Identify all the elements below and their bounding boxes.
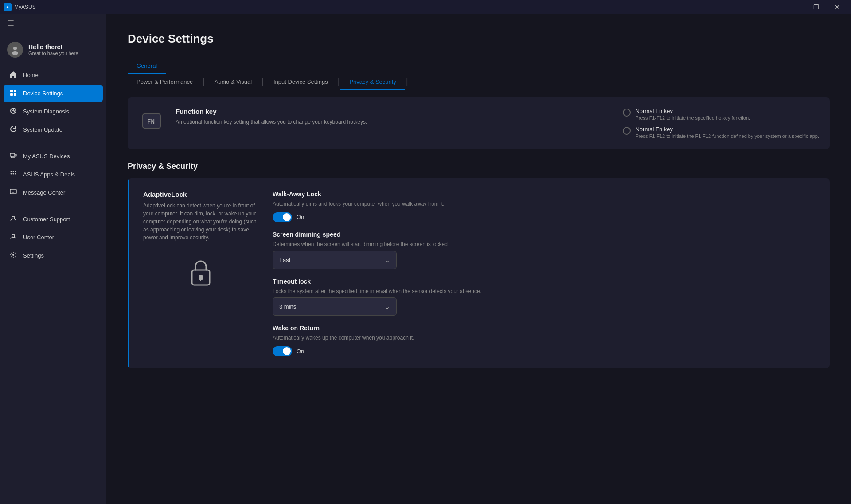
sidebar-item-customer-support[interactable]: Customer Support: [4, 211, 103, 228]
tabs-secondary: Power & Performance | Audio & Visual | I…: [128, 74, 830, 90]
fn-key-icon: FN: [138, 108, 165, 134]
sidebar-item-system-diagnosis[interactable]: System Diagnosis: [4, 103, 103, 120]
radio-hotkey[interactable]: Normal Fn key Press F1-F12 to initiate t…: [623, 108, 819, 121]
walk-away-lock-toggle-label: On: [297, 214, 304, 220]
privacy-body-inner: AdaptiveLock AdaptiveLock can detect whe…: [143, 191, 816, 356]
hamburger-menu[interactable]: ☰: [0, 14, 106, 33]
privacy-section-layout: AdaptiveLock AdaptiveLock can detect whe…: [128, 178, 830, 368]
sidebar-label-system-diagnosis: System Diagnosis: [23, 108, 69, 115]
chevron-down-icon: ⌄: [384, 256, 390, 264]
timeout-lock-group: Timeout lock Locks the system after the …: [273, 278, 816, 316]
app-body: ☰ Hello there! Great to have you here Ho…: [0, 14, 851, 504]
wake-on-return-toggle-row: On: [273, 346, 816, 356]
sidebar-label-device-settings: Device Settings: [23, 90, 63, 97]
adaptive-lock-controls: Walk-Away Lock Automatically dims and lo…: [273, 191, 816, 356]
svg-text:FN: FN: [147, 118, 155, 125]
walk-away-lock-toggle[interactable]: [273, 212, 292, 222]
main-content: Device Settings General Power & Performa…: [106, 14, 851, 504]
maximize-button[interactable]: ❐: [806, 0, 826, 14]
message-center-icon: [9, 188, 18, 197]
svg-point-18: [12, 254, 14, 256]
svg-point-1: [12, 51, 18, 55]
wake-on-return-toggle[interactable]: [273, 346, 292, 356]
greeting-sub: Great to have you here: [28, 51, 78, 56]
wake-on-return-toggle-label: On: [297, 348, 304, 355]
fn-key-controls: Normal Fn key Press F1-F12 to initiate t…: [623, 108, 819, 139]
walk-away-lock-title: Walk-Away Lock: [273, 191, 816, 198]
close-button[interactable]: ✕: [827, 0, 847, 14]
svg-point-10: [13, 171, 14, 172]
timeout-lock-desc: Locks the system after the specified tim…: [273, 288, 816, 295]
app-logo: A: [4, 3, 12, 11]
sidebar-label-my-asus-devices: My ASUS Devices: [23, 153, 70, 160]
sidebar-item-home[interactable]: Home: [4, 66, 103, 84]
tab-sep-4: |: [406, 77, 408, 86]
tab-audio[interactable]: Audio & Visual: [206, 74, 261, 90]
sidebar-item-user-center[interactable]: User Center: [4, 229, 103, 246]
privacy-body: AdaptiveLock AdaptiveLock can detect whe…: [129, 178, 830, 368]
titlebar: A MyASUS — ❐ ✕: [0, 0, 851, 14]
radio-hotkey-text: Normal Fn key Press F1-F12 to initiate t…: [635, 108, 750, 121]
svg-point-14: [15, 173, 16, 175]
greeting-hello: Hello there!: [28, 43, 78, 51]
sidebar-item-device-settings[interactable]: Device Settings: [4, 85, 103, 102]
timeout-chevron-down-icon: ⌄: [384, 302, 390, 311]
adaptive-lock-text-block: AdaptiveLock AdaptiveLock can detect whe…: [143, 191, 258, 242]
app-title: MyASUS: [14, 4, 36, 10]
radio-circle-hotkey: [623, 109, 631, 117]
privacy-section-heading: Privacy & Security: [128, 162, 198, 171]
tab-privacy[interactable]: Privacy & Security: [340, 74, 405, 90]
svg-rect-15: [10, 189, 16, 194]
sidebar-item-my-asus-devices[interactable]: My ASUS Devices: [4, 148, 103, 165]
my-asus-devices-icon: [9, 152, 18, 160]
system-diagnosis-icon: [9, 107, 18, 116]
radio-hotkey-desc: Press F1-F12 to initiate the specified h…: [635, 115, 750, 121]
radio-normal-title: Normal Fn key: [635, 126, 819, 133]
titlebar-left: A MyASUS: [4, 3, 36, 11]
sidebar-item-message-center[interactable]: Message Center: [4, 184, 103, 201]
function-key-card: FN Function key An optional function key…: [128, 97, 830, 149]
svg-rect-8: [15, 154, 16, 156]
svg-rect-22: [199, 275, 203, 280]
tab-general[interactable]: General: [128, 58, 166, 74]
page-title: Device Settings: [128, 32, 830, 46]
minimize-button[interactable]: —: [785, 0, 805, 14]
privacy-section-card: AdaptiveLock AdaptiveLock can detect whe…: [128, 178, 830, 368]
sidebar-label-home: Home: [23, 72, 39, 78]
sidebar-label-customer-support: Customer Support: [23, 216, 70, 223]
fn-key-title: Function key: [176, 108, 612, 115]
svg-rect-3: [14, 90, 16, 92]
sidebar-divider-2: [11, 206, 96, 206]
sidebar-item-settings[interactable]: Settings: [4, 247, 103, 264]
system-update-icon: [9, 125, 18, 134]
screen-dimming-group: Screen dimming speed Determines when the…: [273, 231, 816, 269]
svg-rect-7: [10, 153, 15, 156]
svg-point-0: [13, 47, 17, 50]
sidebar-label-system-update: System Update: [23, 126, 62, 133]
tab-power[interactable]: Power & Performance: [128, 74, 202, 90]
sidebar-item-system-update[interactable]: System Update: [4, 121, 103, 138]
svg-point-12: [11, 173, 12, 175]
privacy-heading-row: Privacy & Security: [128, 162, 830, 171]
window-controls: — ❐ ✕: [785, 0, 847, 14]
lock-icon: [187, 258, 214, 289]
radio-normal-text: Normal Fn key Press F1-F12 to initiate t…: [635, 126, 819, 139]
svg-point-13: [13, 173, 14, 175]
tabs-primary: General: [128, 58, 830, 74]
tab-input[interactable]: Input Device Settings: [265, 74, 337, 90]
screen-dimming-desc: Determines when the screen will start di…: [273, 241, 816, 248]
sidebar-label-message-center: Message Center: [23, 189, 65, 196]
walk-away-lock-toggle-row: On: [273, 212, 816, 222]
sidebar-label-asus-apps-deals: ASUS Apps & Deals: [23, 171, 75, 178]
fn-key-radio-group: Normal Fn key Press F1-F12 to initiate t…: [623, 108, 819, 139]
radio-hotkey-title: Normal Fn key: [635, 108, 750, 114]
sidebar-item-asus-apps-deals[interactable]: ASUS Apps & Deals: [4, 166, 103, 183]
avatar: [7, 42, 23, 58]
timeout-lock-dropdown[interactable]: 3 mins ⌄: [273, 297, 397, 316]
device-settings-icon: [9, 89, 18, 98]
svg-rect-5: [14, 93, 16, 96]
wake-on-return-title: Wake on Return: [273, 324, 816, 332]
screen-dimming-value: Fast: [279, 257, 290, 263]
radio-normal[interactable]: Normal Fn key Press F1-F12 to initiate t…: [623, 126, 819, 139]
screen-dimming-dropdown[interactable]: Fast ⌄: [273, 251, 397, 269]
